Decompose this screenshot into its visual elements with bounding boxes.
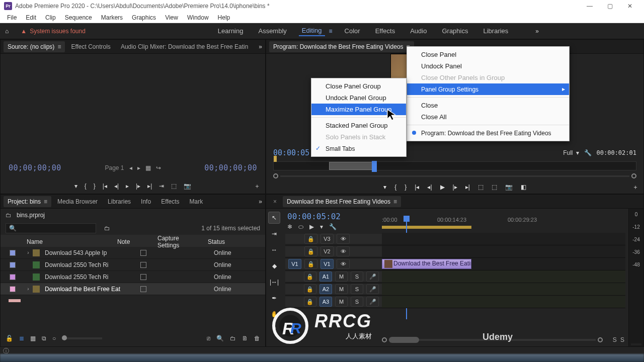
mark-in-icon[interactable]: { [394,184,396,191]
menu-view[interactable]: View [161,13,182,22]
info-icon[interactable]: ⓘ [3,347,10,354]
video-track-v3[interactable]: 🔒 V3 👁 [285,233,625,245]
zoom-thumb[interactable] [389,337,419,343]
new-search-bin-icon[interactable]: 🗀 [104,225,110,232]
label-chip[interactable] [10,286,16,292]
timeline-zoom-bar[interactable]: S S [382,336,625,343]
extract-icon[interactable]: ⬚ [492,184,497,191]
audio-track-a1[interactable]: 🔒 A1 M S 🎤 [285,270,625,283]
workspace-color[interactable]: Color [342,26,363,36]
lock-icon[interactable]: 🔒 [304,284,316,294]
slip-tool-icon[interactable]: |↔| [268,276,280,288]
menu-window[interactable]: Window [183,13,213,22]
project-tabs-overflow-icon[interactable]: » [259,198,262,205]
list-view-icon[interactable]: ≣ [19,335,24,342]
overwrite-icon2[interactable]: ⬚ [171,183,177,190]
lock-icon[interactable]: 🔒 [304,297,316,307]
menu-small-tabs[interactable]: ✓Small Tabs [311,143,406,154]
tab-source[interactable]: Source: (no clips)≡ [4,41,65,52]
button-editor-icon[interactable]: ＋ [254,182,260,191]
voice-over-icon[interactable]: 🎤 [366,297,379,307]
lock-icon[interactable]: 🔒 [304,234,317,244]
track-name[interactable]: V3 [320,234,334,244]
audio-track-a3[interactable]: 🔒 A3 M S 🎤 [285,296,625,308]
project-row[interactable]: › Download the Best Free Eat Online [1,283,265,295]
export-frame-icon[interactable]: 📷 [184,183,191,190]
timeline-ruler[interactable]: :00:00 00:00:14:23 00:00:29:23 [382,217,625,229]
menu-panel-group-settings[interactable]: Panel Group Settings▸ [407,83,569,95]
note-checkbox[interactable] [140,250,146,256]
menu-file[interactable]: File [3,13,21,22]
new-bin-icon[interactable]: 🗀 [230,335,236,342]
go-in-icon[interactable]: |◂ [415,184,419,191]
export-frame-icon[interactable]: 📷 [505,184,513,191]
workspace-graphics[interactable]: Graphics [439,26,471,36]
workspace-audio[interactable]: Audio [407,26,430,36]
panel-menu-icon[interactable]: ≡ [57,43,61,50]
settings-icon[interactable]: 🔧 [329,223,337,230]
freeform-view-icon[interactable]: ⧉ [42,335,46,342]
label-chip[interactable] [10,262,16,268]
tab-effect-controls[interactable]: Effect Controls [67,41,114,52]
add-marker-icon[interactable]: ▶ [309,223,314,230]
source-tc-in[interactable]: 00;00;00;00 [9,163,61,172]
audio-track-a2[interactable]: 🔒 A2 M S 🎤 [285,283,625,296]
source-page-indicator[interactable]: Page 1 [105,164,124,171]
ripple-edit-tool-icon[interactable]: ↔ [268,244,280,256]
track-name[interactable]: V2 [320,246,334,256]
overwrite-icon[interactable]: ↪ [156,164,161,171]
tab-info[interactable]: Info [137,196,155,207]
mark-out-icon[interactable]: } [94,183,96,190]
program-zoom-select[interactable]: Full ▾ [563,149,579,156]
step-back-icon[interactable]: ◂| [114,183,119,190]
comparison-view-icon[interactable]: ◧ [521,184,526,191]
tab-effects[interactable]: Effects [157,196,183,207]
zoom-slider-dot[interactable]: ○ [52,335,56,342]
automate-to-sequence-icon[interactable]: ⎚ [207,335,210,342]
mute-icon[interactable]: M [335,272,348,282]
tab-media-browser[interactable]: Media Browser [53,196,102,207]
tab-markers[interactable]: Mark [186,196,207,207]
go-out-icon[interactable]: ▸| [465,184,470,191]
tab-sequence[interactable]: Download the Best Free Eating Videos≡ [283,196,401,207]
tab-project[interactable]: Project: bins≡ [4,196,51,207]
settings-icon[interactable]: 🔧 [584,149,592,156]
program-playhead[interactable] [372,161,377,172]
menu-undock-panel-group[interactable]: Undock Panel Group [311,92,406,104]
writable-icon[interactable]: 🔓 [6,335,13,342]
step-forward-icon[interactable]: |▸ [136,183,140,190]
find-icon[interactable]: 🔍 [216,335,224,342]
menu-close-all[interactable]: Close All [407,111,569,123]
workspace-libraries[interactable]: Libraries [480,26,511,36]
track-name[interactable]: A2 [319,284,332,294]
razor-tool-icon[interactable]: ◆ [268,260,280,272]
note-checkbox[interactable] [140,286,146,292]
close-sequence-icon[interactable]: × [269,196,281,207]
bin-back-icon[interactable]: 🗀 [6,212,12,219]
workspace-effects[interactable]: Effects [372,26,398,36]
pen-tool-icon[interactable]: ✒ [268,292,280,304]
track-name[interactable]: A3 [319,297,332,307]
solo-icon[interactable]: S [351,284,363,294]
hand-tool-icon[interactable]: ✋ [268,308,280,320]
mute-icon[interactable]: M [335,284,348,294]
insert-icon[interactable]: ⇥ [159,183,164,190]
workspace-overflow-icon[interactable]: » [535,28,539,35]
go-in-icon[interactable]: |◂ [103,183,107,190]
mute-icon[interactable]: M [335,297,348,307]
menu-stacked-panel-group[interactable]: Stacked Panel Group [311,120,406,131]
minimize-button[interactable]: — [580,0,600,12]
work-area-bar[interactable] [382,226,471,229]
menu-close-panel-group[interactable]: Close Panel Group [311,80,406,92]
maximize-button[interactable]: ▢ [600,0,620,12]
menu-edit[interactable]: Edit [22,13,40,22]
track-name[interactable]: A1 [319,272,332,282]
thumbnail-slider[interactable] [62,337,102,339]
mark-out-icon[interactable]: } [405,184,407,191]
marker-icon[interactable]: ▾ [320,223,323,230]
system-issues-warn[interactable]: ▲ System issues found [21,28,86,35]
mark-in-icon[interactable]: { [85,183,87,190]
button-editor-icon[interactable]: ＋ [632,183,638,192]
label-chip[interactable] [10,274,16,280]
workspace-assembly[interactable]: Assembly [255,26,289,36]
